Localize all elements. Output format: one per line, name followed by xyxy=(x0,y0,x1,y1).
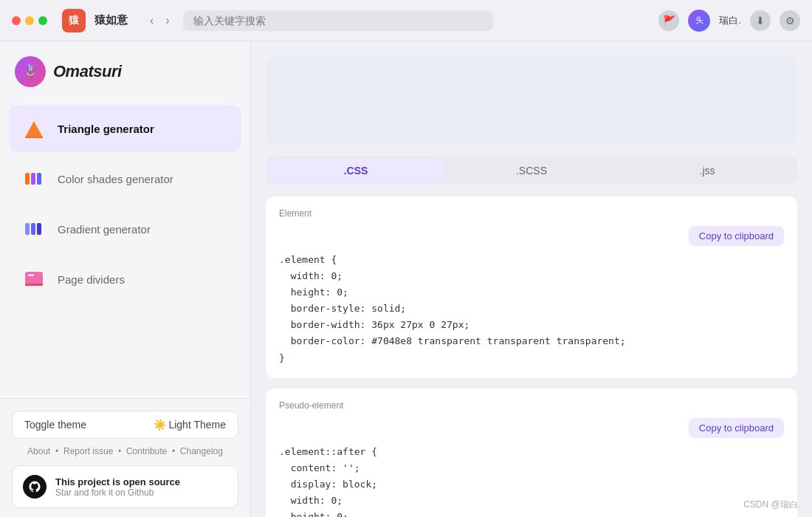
settings-icon[interactable]: ⚙ xyxy=(780,10,800,31)
about-link[interactable]: About xyxy=(27,446,50,456)
download-icon[interactable]: ⬇ xyxy=(750,10,771,31)
sidebar-item-gradient[interactable]: Gradient generator xyxy=(9,205,241,253)
nav-arrows: ‹ › xyxy=(145,11,174,30)
sidebar-item-color[interactable]: Color shades generator xyxy=(9,155,241,202)
github-subtitle: Star and fork it on Github xyxy=(55,487,180,498)
toggle-theme-label: Toggle theme xyxy=(24,419,86,431)
nav-items: Triangle generator Color shades generato… xyxy=(0,105,250,398)
github-title: This project is open source xyxy=(55,476,180,487)
svg-rect-10 xyxy=(28,274,34,276)
triangle-icon xyxy=(21,115,47,142)
pseudo-copy-button[interactable]: Copy to clipboard xyxy=(689,418,784,438)
element-section: Element Copy to clipboard .element { wid… xyxy=(266,196,797,378)
element-code-block: .element { width: 0; height: 0; border-s… xyxy=(279,252,784,366)
forward-button[interactable]: › xyxy=(161,11,173,30)
watermark: CSDN @瑞白. xyxy=(743,499,800,511)
app-name: 猿如意 xyxy=(94,13,128,27)
report-link[interactable]: Report issue xyxy=(63,446,113,456)
close-button[interactable] xyxy=(12,16,21,25)
logo-image: 🪢 xyxy=(15,56,46,87)
traffic-lights xyxy=(12,16,47,25)
light-theme-label: ☀️ Light Theme xyxy=(154,419,226,431)
contribute-link[interactable]: Contribute xyxy=(126,446,167,456)
sidebar-item-page[interactable]: Page dividers xyxy=(9,256,241,303)
app-icon: 猿 xyxy=(62,9,86,32)
svg-rect-7 xyxy=(37,223,41,235)
preview-area xyxy=(266,56,797,145)
element-code-header: Copy to clipboard xyxy=(279,226,784,246)
maximize-button[interactable] xyxy=(38,16,47,25)
window-chrome: 猿 猿如意 ‹ › 🚩 头 瑞白. ⬇ ⚙ xyxy=(0,0,812,41)
svg-rect-3 xyxy=(31,173,35,185)
logo-text: Omatsuri xyxy=(53,62,122,81)
pseudo-section-label: Pseudo-element xyxy=(279,400,784,411)
triangle-label: Triangle generator xyxy=(58,123,154,135)
tab-scss[interactable]: .SCSS xyxy=(444,159,619,182)
page-label: Page dividers xyxy=(58,273,125,286)
github-card[interactable]: This project is open source Star and for… xyxy=(12,465,238,508)
tabs-bar: .CSS .SCSS .jss xyxy=(266,157,797,185)
svg-marker-0 xyxy=(25,121,43,137)
svg-rect-2 xyxy=(25,173,30,185)
gradient-label: Gradient generator xyxy=(58,223,151,236)
content-area: .CSS .SCSS .jss Element Copy to clipboar… xyxy=(251,41,812,517)
search-input[interactable] xyxy=(183,10,493,31)
svg-rect-5 xyxy=(25,223,30,235)
color-icon xyxy=(21,165,47,192)
svg-rect-8 xyxy=(25,272,43,285)
tab-jss[interactable]: .jss xyxy=(619,159,795,182)
changelog-link[interactable]: Changelog xyxy=(180,446,223,456)
element-copy-button[interactable]: Copy to clipboard xyxy=(689,226,784,246)
toggle-theme-button[interactable]: Toggle theme ☀️ Light Theme xyxy=(12,411,238,439)
back-button[interactable]: ‹ xyxy=(145,11,158,30)
github-icon xyxy=(23,475,47,499)
chrome-right: 🚩 头 瑞白. ⬇ ⚙ xyxy=(658,10,800,32)
sidebar-item-triangle[interactable]: Triangle generator xyxy=(9,105,241,152)
pseudo-section: Pseudo-element Copy to clipboard .elemen… xyxy=(266,388,797,517)
logo-area: 🪢 Omatsuri xyxy=(0,56,250,105)
pseudo-code-header: Copy to clipboard xyxy=(279,418,784,438)
bookmark-icon[interactable]: 🚩 xyxy=(658,10,679,31)
svg-rect-9 xyxy=(25,284,43,286)
footer-links: About • Report issue • Contribute • Chan… xyxy=(12,446,238,456)
svg-rect-4 xyxy=(37,173,41,185)
minimize-button[interactable] xyxy=(25,16,34,25)
color-label: Color shades generator xyxy=(58,173,173,185)
gradient-icon xyxy=(21,216,47,242)
page-icon xyxy=(21,266,47,292)
avatar: 头 xyxy=(688,10,710,32)
sidebar: 🪢 Omatsuri Triangle generator xyxy=(0,41,251,517)
main-layout: 🪢 Omatsuri Triangle generator xyxy=(0,41,812,517)
github-text: This project is open source Star and for… xyxy=(55,476,180,498)
pseudo-code-block: .element::after { content: ''; display: … xyxy=(279,444,784,517)
tab-css[interactable]: .CSS xyxy=(268,159,444,182)
svg-rect-6 xyxy=(31,223,35,235)
sidebar-bottom: Toggle theme ☀️ Light Theme About • Repo… xyxy=(0,398,250,517)
username: 瑞白. xyxy=(719,14,741,27)
element-section-label: Element xyxy=(279,208,784,219)
